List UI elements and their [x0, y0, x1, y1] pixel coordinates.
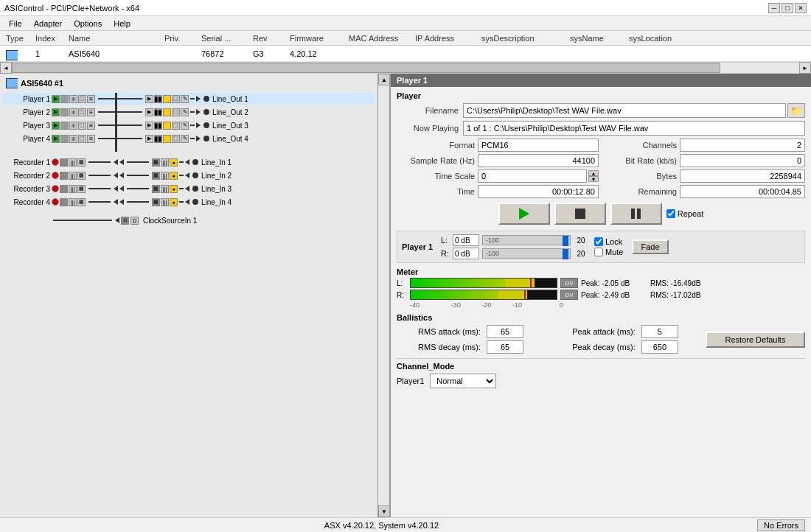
- p2-r4[interactable]: ⬚: [172, 108, 180, 116]
- player-3-btn5[interactable]: ≡: [87, 122, 95, 130]
- r4-rc3[interactable]: ●: [170, 198, 178, 206]
- recorder-3-rec-btn[interactable]: [52, 185, 59, 192]
- scroll-track[interactable]: [12, 63, 799, 73]
- player-1-btn2[interactable]: [60, 95, 69, 103]
- scroll-up-button[interactable]: ▲: [378, 74, 390, 85]
- mute-checkbox[interactable]: [594, 248, 603, 256]
- p1-r4[interactable]: ⬚: [172, 95, 180, 103]
- r1-rc2[interactable]: |||: [161, 158, 169, 167]
- time-scale-down[interactable]: ▼: [588, 176, 599, 182]
- scroll-left-button[interactable]: ◄: [0, 62, 12, 74]
- close-button[interactable]: ✕: [795, 3, 807, 13]
- scroll-down-button[interactable]: ▼: [378, 505, 390, 517]
- p2-r1[interactable]: ▶: [145, 108, 153, 116]
- scroll-thumb[interactable]: [12, 63, 720, 73]
- menu-options[interactable]: Options: [68, 18, 108, 29]
- r1-rc3[interactable]: ●: [170, 158, 178, 167]
- p2-r5[interactable]: ✎: [181, 108, 189, 116]
- channel-mode-select[interactable]: Normal Stereo Mono Left Mono Right: [430, 374, 496, 388]
- player-2-btn2[interactable]: [60, 108, 69, 116]
- player-3-btn2[interactable]: [60, 122, 69, 130]
- player-1-btn5[interactable]: ≡: [87, 95, 95, 103]
- pause-button[interactable]: [610, 203, 662, 225]
- p4-r5[interactable]: ✎: [181, 135, 189, 143]
- recorder-2-rec-btn[interactable]: [52, 172, 59, 179]
- time-scale-up[interactable]: ▲: [588, 170, 599, 176]
- p3-r4[interactable]: ⬚: [172, 122, 180, 130]
- r4-rc1[interactable]: ▦: [152, 198, 160, 206]
- player-1-btn3[interactable]: |||: [69, 95, 77, 103]
- p2-r3[interactable]: [163, 108, 171, 116]
- maximize-button[interactable]: □: [782, 3, 793, 13]
- fade-button[interactable]: Fade: [632, 239, 668, 254]
- p2-r2[interactable]: ▊▊: [154, 108, 162, 116]
- vol-R-slider[interactable]: -100: [482, 248, 571, 259]
- menu-file[interactable]: File: [3, 18, 28, 29]
- p1-r2[interactable]: ▊▊: [154, 95, 162, 103]
- player-1-btn4[interactable]: ⬚: [78, 95, 86, 103]
- vertical-scrollbar[interactable]: ▲ ▼: [377, 74, 389, 517]
- r2-rc3[interactable]: ●: [170, 172, 178, 180]
- player-3-btn3[interactable]: |||: [69, 122, 77, 130]
- p4-r4[interactable]: ⬚: [172, 135, 180, 143]
- player-3-play-btn[interactable]: ▶: [52, 122, 60, 130]
- player-4-play-btn[interactable]: ▶: [52, 135, 60, 143]
- menu-adapter[interactable]: Adapter: [28, 18, 69, 29]
- r4-rc2[interactable]: |||: [161, 198, 169, 206]
- recorder-2-btn4[interactable]: ▦: [77, 172, 86, 180]
- player-4-btn3[interactable]: |||: [69, 135, 77, 143]
- r1-rc1[interactable]: ▦: [152, 158, 160, 167]
- filename-input[interactable]: [463, 103, 786, 118]
- time-scale-input[interactable]: [478, 169, 587, 183]
- peak-attack-input[interactable]: [641, 325, 678, 338]
- recorder-3-btn4[interactable]: ▦: [77, 185, 86, 193]
- player-2-btn5[interactable]: ≡: [87, 108, 95, 116]
- recorder-1-btn2[interactable]: [60, 158, 68, 167]
- browse-button[interactable]: 📁: [787, 103, 805, 118]
- player-1-play-btn[interactable]: ▶: [52, 95, 60, 103]
- vol-L-thumb[interactable]: [563, 236, 568, 246]
- p4-r1[interactable]: ▶: [145, 135, 153, 143]
- recorder-1-btn4[interactable]: ▦: [77, 158, 86, 167]
- recorder-2-btn3[interactable]: |||: [69, 172, 77, 180]
- r3-rc3[interactable]: ●: [170, 185, 178, 193]
- peak-decay-input[interactable]: [641, 340, 678, 354]
- p3-r2[interactable]: ▊▊: [154, 122, 162, 130]
- v-scroll-track[interactable]: [378, 85, 389, 505]
- p3-r3[interactable]: [163, 122, 171, 130]
- vol-R-db[interactable]: 0 dB: [453, 248, 479, 259]
- clock-btn2[interactable]: Ω: [130, 217, 139, 225]
- p1-r3[interactable]: [163, 95, 171, 103]
- menu-help[interactable]: Help: [108, 18, 136, 29]
- player-3-btn4[interactable]: ⬚: [78, 122, 86, 130]
- now-playing-input[interactable]: [463, 121, 805, 136]
- horizontal-scrollbar[interactable]: ◄ ►: [0, 62, 811, 74]
- p1-r1[interactable]: ▶: [145, 95, 153, 103]
- stop-button[interactable]: [554, 203, 606, 225]
- recorder-4-btn3[interactable]: |||: [69, 198, 77, 206]
- repeat-checkbox[interactable]: [666, 209, 675, 218]
- restore-defaults-button[interactable]: Restore Defaults: [706, 332, 805, 348]
- recorder-3-btn3[interactable]: |||: [69, 185, 77, 193]
- player-2-btn4[interactable]: ⬚: [78, 108, 86, 116]
- r2-rc1[interactable]: ▦: [152, 172, 160, 180]
- p3-r5[interactable]: ✎: [181, 122, 189, 130]
- r3-rc2[interactable]: |||: [161, 185, 169, 193]
- recorder-4-btn2[interactable]: [60, 198, 68, 206]
- recorder-1-btn3[interactable]: |||: [69, 158, 77, 167]
- player-4-btn2[interactable]: [60, 135, 69, 143]
- player-2-play-btn[interactable]: ▶: [52, 108, 60, 116]
- play-button[interactable]: [498, 203, 550, 225]
- rms-decay-input[interactable]: [487, 340, 523, 354]
- recorder-1-rec-btn[interactable]: [52, 158, 59, 166]
- minimize-button[interactable]: ─: [768, 3, 780, 13]
- p4-r2[interactable]: ▊▊: [154, 135, 162, 143]
- lock-checkbox[interactable]: [594, 237, 603, 246]
- recorder-4-btn4[interactable]: ▦: [77, 198, 86, 206]
- vol-R-thumb[interactable]: [563, 249, 568, 259]
- r2-rc2[interactable]: |||: [161, 172, 169, 180]
- p1-r5[interactable]: ✎: [181, 95, 189, 103]
- vol-L-db[interactable]: 0 dB: [453, 234, 479, 246]
- scroll-right-button[interactable]: ►: [799, 62, 811, 74]
- rms-attack-input[interactable]: [487, 325, 523, 338]
